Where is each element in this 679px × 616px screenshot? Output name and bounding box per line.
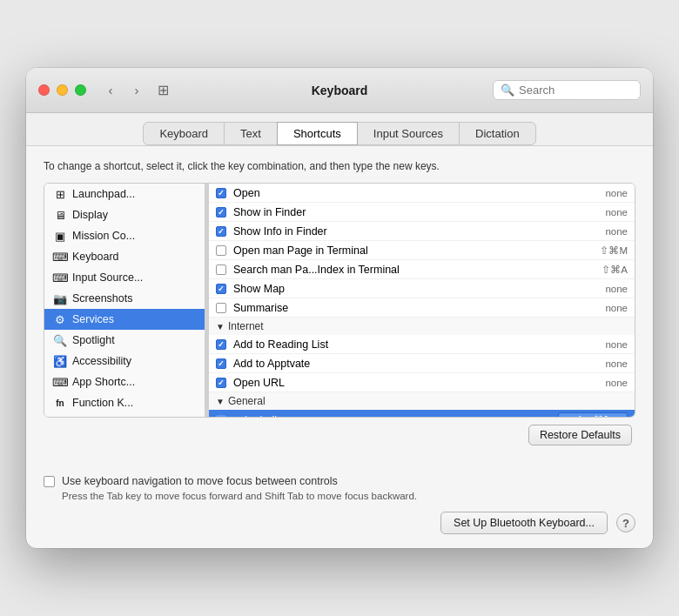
keyboard-nav-label: Use keyboard navigation to move focus be…: [62, 475, 338, 487]
shortcut-row-open-url[interactable]: Open URL none: [209, 373, 635, 392]
search-icon: 🔍: [501, 84, 514, 97]
keyboard-icon: ⌨: [53, 250, 67, 264]
function-keys-icon: fn: [53, 396, 67, 410]
shortcut-key-open: none: [584, 188, 628, 198]
shortcut-key-open-man: ⇧⌘M: [584, 244, 628, 257]
launchpad-icon: ⊞: [53, 187, 67, 201]
tab-text[interactable]: Text: [224, 122, 278, 145]
tab-keyboard[interactable]: Keyboard: [143, 122, 225, 145]
screenshots-icon: 📷: [53, 291, 67, 305]
shortcut-key-search-man: ⇧⌘A: [584, 264, 628, 276]
sidebar-item-label: Spotlight: [72, 334, 115, 346]
shortcut-checkbox-show-info[interactable]: [216, 226, 226, 237]
shortcut-label-open-man: Open man Page in Terminal: [233, 244, 577, 257]
bottom-row: Set Up Bluetooth Keyboard... ?: [44, 512, 635, 534]
keyboard-nav-checkbox[interactable]: [44, 476, 55, 487]
shortcut-checkbox-show-finder[interactable]: [216, 207, 226, 218]
setup-bluetooth-button[interactable]: Set Up Bluetooth Keyboard...: [440, 512, 608, 534]
sidebar-item-launchpad[interactable]: ⊞ Launchpad...: [44, 184, 205, 204]
display-icon: 🖥: [53, 208, 67, 222]
help-button[interactable]: ?: [616, 513, 635, 532]
maximize-button[interactable]: [75, 84, 86, 96]
shortcut-key-show-map: none: [584, 284, 628, 294]
section-label-internet: Internet: [228, 320, 264, 332]
minimize-button[interactable]: [57, 84, 68, 96]
shortcut-checkbox-search-man[interactable]: [216, 264, 226, 275]
forward-button[interactable]: ›: [126, 80, 147, 101]
shortcut-row-open-man[interactable]: Open man Page in Terminal ⇧⌘M: [209, 241, 635, 260]
shortcut-label-show-map: Show Map: [233, 283, 577, 295]
sidebar-item-accessibility[interactable]: ♿ Accessibility: [44, 351, 205, 372]
restore-row: Restore Defaults: [44, 418, 635, 449]
sidebar-item-screenshots[interactable]: 📷 Screenshots: [44, 288, 205, 309]
shortcut-key-echo-hello[interactable]: ^⌥⌘J: [558, 412, 628, 417]
sidebar-item-keyboard[interactable]: ⌨ Keyboard: [44, 246, 205, 267]
sidebar-item-input-sources[interactable]: ⌨ Input Source...: [44, 267, 205, 288]
sidebar-item-label: Display: [72, 209, 108, 221]
shortcut-key-apptvate: none: [584, 358, 628, 369]
search-bar[interactable]: 🔍: [493, 80, 641, 100]
shortcut-checkbox-summarise[interactable]: [216, 303, 226, 313]
input-sources-icon: ⌨: [53, 271, 67, 285]
section-label-general: General: [228, 395, 266, 407]
shortcut-row-reading-list[interactable]: Add to Reading List none: [209, 335, 635, 354]
search-input[interactable]: [519, 84, 633, 97]
shortcut-checkbox-open[interactable]: [216, 188, 226, 198]
app-shortcuts-icon: ⌨: [53, 375, 67, 389]
shortcut-label-apptvate: Add to Apptvate: [233, 358, 577, 370]
shortcut-checkbox-show-map[interactable]: [216, 284, 226, 294]
shortcut-row-summarise[interactable]: Summarise none: [209, 298, 635, 318]
shortcut-label-open-url: Open URL: [233, 377, 577, 389]
sidebar-item-services[interactable]: ⚙ Services: [44, 309, 205, 330]
sidebar-item-app-shortcuts[interactable]: ⌨ App Shortc...: [44, 372, 205, 392]
shortcut-label-echo-hello: echo hello: [233, 414, 551, 418]
footer: Use keyboard navigation to move focus be…: [26, 463, 653, 548]
sidebar-item-label: Launchpad...: [72, 188, 135, 200]
instruction-text: To change a shortcut, select it, click t…: [44, 160, 635, 172]
section-collapse-icon[interactable]: ▼: [216, 322, 225, 331]
mission-control-icon: ▣: [53, 229, 67, 243]
shortcut-row-show-map[interactable]: Show Map none: [209, 279, 635, 298]
sidebar-item-mission-control[interactable]: ▣ Mission Co...: [44, 225, 205, 246]
shortcut-row-show-info[interactable]: Show Info in Finder none: [209, 222, 635, 241]
sidebar-item-display[interactable]: 🖥 Display: [44, 204, 205, 225]
close-button[interactable]: [38, 84, 50, 96]
shortcut-label-search-man: Search man Pa...Index in Terminal: [233, 264, 577, 276]
sidebar-item-label: Screenshots: [72, 292, 132, 305]
grid-icon: ⊞: [158, 82, 169, 98]
sidebar-item-label: Input Source...: [72, 271, 143, 284]
sidebar-item-function-keys[interactable]: fn Function K...: [44, 392, 205, 413]
shortcut-label-reading-list: Add to Reading List: [233, 338, 577, 351]
shortcut-label-show-info: Show Info in Finder: [233, 225, 577, 238]
shortcut-label-summarise: Summarise: [233, 302, 577, 314]
main-panel: ⊞ Launchpad... 🖥 Display ▣ Mission Co...…: [44, 183, 635, 418]
keyboard-nav-row: Use keyboard navigation to move focus be…: [44, 475, 635, 487]
section-collapse-icon-general[interactable]: ▼: [216, 397, 225, 406]
nav-buttons: ‹ ›: [100, 80, 147, 101]
sidebar-item-spotlight[interactable]: 🔍 Spotlight: [44, 330, 205, 351]
window-title: Keyboard: [312, 84, 368, 97]
shortcut-row-apptvate[interactable]: Add to Apptvate none: [209, 354, 635, 373]
shortcut-row-open[interactable]: Open none: [209, 184, 635, 203]
back-button[interactable]: ‹: [100, 80, 121, 101]
shortcut-row-echo-hello[interactable]: echo hello ^⌥⌘J: [209, 410, 635, 417]
sidebar: ⊞ Launchpad... 🖥 Display ▣ Mission Co...…: [44, 184, 205, 417]
shortcut-label-show-finder: Show in Finder: [233, 206, 577, 218]
restore-defaults-button[interactable]: Restore Defaults: [528, 425, 632, 445]
sidebar-item-label: Keyboard: [72, 251, 119, 263]
accessibility-icon: ♿: [53, 354, 67, 368]
shortcut-checkbox-open-man[interactable]: [216, 245, 226, 256]
shortcut-row-search-man[interactable]: Search man Pa...Index in Terminal ⇧⌘A: [209, 260, 635, 279]
shortcut-checkbox-echo-hello[interactable]: [216, 415, 226, 418]
shortcut-row-show-finder[interactable]: Show in Finder none: [209, 203, 635, 222]
shortcut-key-reading-list: none: [584, 339, 628, 350]
shortcut-checkbox-apptvate[interactable]: [216, 358, 226, 369]
shortcut-label-open: Open: [233, 187, 577, 199]
shortcut-key-open-url: none: [584, 378, 628, 388]
tab-shortcuts[interactable]: Shortcuts: [277, 122, 358, 145]
tab-dictation[interactable]: Dictation: [459, 122, 536, 145]
shortcut-checkbox-open-url[interactable]: [216, 378, 226, 388]
sidebar-item-label: App Shortc...: [72, 376, 135, 388]
tab-input-sources[interactable]: Input Sources: [357, 122, 460, 145]
shortcut-checkbox-reading-list[interactable]: [216, 339, 226, 350]
